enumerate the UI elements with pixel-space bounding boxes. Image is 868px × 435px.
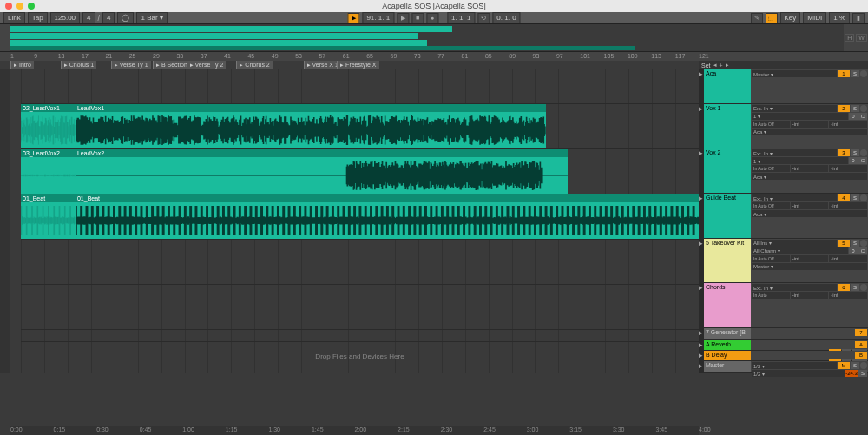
arm-button[interactable]: [860, 70, 867, 77]
time-sig-den[interactable]: 4: [102, 12, 115, 23]
locator-marker[interactable]: ▸ Chorus 2: [236, 61, 272, 69]
track-name[interactable]: Aca: [704, 69, 751, 103]
w-tab[interactable]: W: [856, 34, 867, 42]
solo-button[interactable]: S: [851, 284, 859, 291]
monitor-toggle[interactable]: In Auto: [752, 292, 790, 299]
set-add-icon[interactable]: +: [720, 63, 723, 69]
mute-button[interactable]: 0: [849, 157, 858, 164]
monitor-toggle[interactable]: In Auto Off: [752, 121, 790, 128]
track-name[interactable]: A Reverb: [704, 340, 751, 350]
draw-mode-button[interactable]: ✎: [751, 13, 763, 23]
arm-button[interactable]: [860, 362, 867, 369]
minimize-icon[interactable]: [16, 3, 23, 10]
track-name[interactable]: Master: [704, 361, 751, 372]
solo-button[interactable]: S: [851, 362, 859, 369]
track-number[interactable]: B: [855, 352, 867, 359]
quantize-dropdown[interactable]: 1 Bar ▾: [136, 12, 167, 23]
tap-button[interactable]: Tap: [28, 12, 48, 23]
track-name[interactable]: Chords: [704, 283, 751, 327]
track-header[interactable]: ▸A ReverbAASPost: [699, 340, 868, 351]
track-number[interactable]: 5: [838, 240, 850, 247]
track-number[interactable]: 4: [838, 194, 850, 201]
locator-lane[interactable]: ▸ Intro▸ Chorus 1▸ Verse Ty 1▸ B Section…: [0, 61, 868, 69]
tracks-area[interactable]: Drop Files and Devices Here 02_LeadVox1L…: [21, 69, 699, 373]
arm-button[interactable]: [860, 194, 867, 201]
track-header[interactable]: ▸7 Generator [B7: [699, 328, 868, 340]
locator-marker[interactable]: ▸ Chorus 1: [61, 61, 96, 69]
track-number[interactable]: 7: [855, 329, 867, 336]
routing-dropdown[interactable]: Ext. In ▾: [752, 194, 837, 201]
locator-marker[interactable]: ▸ B Section: [153, 61, 190, 69]
send-dropdown[interactable]: Master ▾: [752, 263, 867, 270]
link-button[interactable]: Link: [3, 12, 25, 23]
send-dropdown[interactable]: Aca ▾: [752, 210, 867, 217]
routing-dropdown[interactable]: 1/2 ▾: [752, 362, 837, 369]
track-header[interactable]: ▸Guide BeatExt. In ▾4SIn Auto Off-inf-in…: [699, 194, 868, 239]
locator-marker[interactable]: ▸ Verse Ty 1: [111, 61, 151, 69]
track-header[interactable]: ▸Vox 2Ext. In ▾3S1 ▾0CIn Auto Off-inf-in…: [699, 148, 868, 194]
metronome-button[interactable]: ◯: [117, 12, 134, 23]
channel-dropdown[interactable]: All Chann ▾: [752, 247, 848, 254]
locator-marker[interactable]: ▸ Verse X 1: [304, 61, 341, 69]
track-name[interactable]: Vox 2: [704, 148, 751, 193]
locator-marker[interactable]: ▸ Intro: [10, 61, 34, 69]
arm-button[interactable]: [860, 284, 867, 291]
track-header[interactable]: ▸Master1/2 ▾MS1/2 ▾-24.3S: [699, 361, 868, 373]
track-name[interactable]: Vox 1: [704, 104, 751, 148]
midi-button[interactable]: MIDI: [803, 12, 826, 23]
track-number[interactable]: 6: [838, 284, 850, 291]
track-name[interactable]: B Delay: [704, 351, 751, 360]
overview[interactable]: H W: [0, 24, 868, 52]
channel-dropdown[interactable]: 1 ▾: [752, 157, 848, 164]
set-prev-icon[interactable]: ◂: [713, 62, 717, 69]
close-icon[interactable]: [5, 3, 12, 10]
solo-button[interactable]: S: [851, 240, 859, 247]
set-next-icon[interactable]: ▸: [726, 62, 729, 69]
bar-ruler[interactable]: 1913172125293337414549535761656973778185…: [0, 52, 868, 61]
track-number[interactable]: A: [855, 341, 867, 348]
play-button[interactable]: ▶: [397, 13, 409, 23]
automation-button[interactable]: ⬚: [766, 13, 778, 23]
track-name[interactable]: 7 Generator [B: [704, 328, 751, 339]
track-header[interactable]: ▸Vox 1Ext. In ▾2S1 ▾0CIn Auto Off-inf-in…: [699, 104, 868, 149]
routing-dropdown[interactable]: Ext. In ▾: [752, 284, 837, 291]
record-button[interactable]: ●: [426, 13, 438, 23]
monitor-toggle[interactable]: In Auto Off: [752, 202, 790, 209]
loop-length-field[interactable]: 0. 1. 0: [492, 12, 520, 23]
monitor-toggle[interactable]: In Auto Off: [752, 165, 790, 172]
track-name[interactable]: 5 Takeover Kit: [704, 239, 751, 283]
locator-marker[interactable]: ▸ Verse Ty 2: [187, 61, 227, 69]
overview-toggle[interactable]: [0, 24, 10, 51]
track-number[interactable]: 3: [838, 149, 850, 156]
solo-button[interactable]: S: [851, 194, 859, 201]
position-field[interactable]: 91. 1. 1: [362, 12, 394, 23]
track-header[interactable]: ▸ChordsExt. In ▾6SIn Auto-inf-inf: [699, 283, 868, 328]
routing-dropdown[interactable]: Master ▾: [752, 70, 837, 77]
track-number[interactable]: 2: [838, 105, 850, 112]
time-sig-num[interactable]: 4: [82, 12, 95, 23]
key-button[interactable]: Key: [780, 12, 801, 23]
track-number[interactable]: 1: [838, 70, 850, 77]
routing-dropdown[interactable]: Ext. In ▾: [752, 149, 837, 156]
dropzone[interactable]: Drop Files and Devices Here: [21, 347, 699, 365]
mute-button[interactable]: 0: [849, 113, 858, 120]
track-header[interactable]: ▸5 Takeover KitAll Ins ▾5SAll Chann ▾0CI…: [699, 239, 868, 284]
send-dropdown[interactable]: Aca ▾: [752, 129, 867, 135]
channel-dropdown[interactable]: 1 ▾: [752, 113, 848, 120]
solo-button[interactable]: S: [851, 70, 859, 77]
locator-marker[interactable]: ▸ Freestyle X: [337, 61, 378, 69]
h-tab[interactable]: H: [845, 34, 854, 42]
time-ruler[interactable]: 0:000:150:300:451:001:151:301:452:002:15…: [10, 426, 699, 435]
bpm-field[interactable]: 125.00: [50, 12, 80, 23]
solo-button[interactable]: S: [851, 149, 859, 156]
track-name[interactable]: Guide Beat: [704, 194, 751, 238]
maximize-icon[interactable]: [28, 3, 35, 10]
loop-start-field[interactable]: 1. 1. 1: [447, 12, 475, 23]
monitor-toggle[interactable]: In Auto Off: [752, 255, 790, 262]
arm-button[interactable]: [860, 149, 867, 156]
track-header[interactable]: ▸AcaMaster ▾1S: [699, 69, 868, 104]
track-header[interactable]: ▸B DelayBBSPost: [699, 351, 868, 361]
arm-button[interactable]: [860, 105, 867, 112]
track-number[interactable]: M: [838, 362, 850, 369]
solo-button[interactable]: S: [851, 105, 859, 112]
